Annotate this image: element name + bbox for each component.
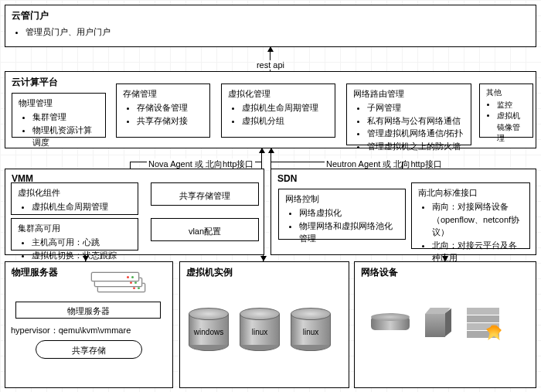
rest-api-label: rest api [255, 60, 286, 70]
list-item: 虚拟机分组 [242, 114, 328, 128]
list-item: 虚拟机切换：状态跟踪 [32, 249, 131, 262]
vm-instance-title: 虚拟机实例 [186, 266, 342, 279]
vm-label: linux [240, 328, 280, 336]
list-item: 物理网络和虚拟网络池化管理 [299, 220, 399, 245]
arrowhead-down-icon [442, 256, 448, 261]
list-item: 虚拟机镜像管理 [497, 111, 526, 144]
list-item: 管理虚拟机之上的防火墙 [367, 140, 464, 153]
list-item: 私有网络与公有网络通信 [367, 114, 464, 128]
network-device-icons [371, 308, 499, 339]
server-stack-icon [93, 272, 147, 295]
list-item: 网络虚拟化 [299, 206, 399, 220]
list-item: 存储设备管理 [137, 101, 203, 114]
vmm-comp-box: 虚拟化组件 虚拟机生命周期管理 [11, 182, 138, 215]
other-box: 其他 监控 虚拟机镜像管理 [479, 84, 533, 138]
switch-icon [425, 308, 451, 339]
cloud-portal-desc: 管理员门户、用户门户 [26, 26, 529, 39]
virt-mgmt-title: 虚拟化管理 [228, 88, 328, 100]
vmm-shared-storage-box: 共享存储管理 [151, 182, 259, 206]
vmm-ha-title: 集群高可用 [18, 223, 131, 234]
list-item: 虚拟机生命周期管理 [242, 101, 328, 114]
sdn-ctrl-title: 网络控制 [285, 193, 399, 205]
virt-mgmt-box: 虚拟化管理 虚拟机生命周期管理 虚拟机分组 [221, 84, 335, 138]
arrow-line [130, 162, 131, 169]
net-mgmt-title: 网络路由管理 [353, 88, 464, 100]
vm-label: linux [291, 328, 331, 336]
list-item: 主机高可用：心跳 [32, 236, 131, 249]
list-item: 虚拟机生命周期管理 [32, 200, 131, 213]
vmm-vlan-box: vlan配置 [151, 218, 259, 241]
list-item: 集群管理 [32, 111, 99, 124]
list-item: 监控 [497, 100, 526, 111]
cloud-portal-panel: 云管门户 管理员门户、用户门户 [5, 5, 536, 47]
arrowhead-up-icon [268, 148, 274, 153]
arrowhead-up-icon [267, 46, 274, 52]
list-item: 南向：对接网络设备（openflow、netconf协议） [432, 200, 523, 239]
sdn-ctrl-box: 网络控制 网络虚拟化 物理网络和虚拟网络池化管理 [278, 189, 406, 240]
phys-mgmt-title: 物理管理 [19, 97, 99, 109]
router-icon [371, 313, 410, 333]
vm-label: windows [189, 328, 229, 336]
sdn-nb-title: 南北向标准接口 [418, 187, 523, 199]
vm-cylinder-icon: linux [240, 308, 280, 351]
firewall-icon [467, 308, 499, 339]
list-item: 管理虚拟机网络通信/拓扑 [367, 127, 464, 140]
arrowhead-down-icon [260, 256, 267, 261]
arrow-line [402, 162, 403, 169]
other-title: 其他 [486, 88, 526, 98]
vmm-ha-box: 集群高可用 主机高可用：心跳 虚拟机切换：状态跟踪 [11, 218, 138, 251]
arrowhead-down-icon [83, 256, 89, 261]
list-item: 子网管理 [367, 101, 464, 114]
storage-mgmt-title: 存储管理 [123, 88, 203, 100]
physical-server-label: 物理服务器 [15, 302, 161, 319]
vmm-comp-title: 虚拟化组件 [18, 187, 131, 199]
phys-mgmt-box: 物理管理 集群管理 物理机资源计算调度 [12, 93, 106, 138]
net-mgmt-box: 网络路由管理 子网管理 私有网络与公有网络通信 管理虚拟机网络通信/拓扑 管理虚… [346, 84, 471, 145]
list-item: 物理机资源计算调度 [32, 124, 99, 149]
sdn-nb-box: 南北向标准接口 南向：对接网络设备（openflow、netconf协议） 北向… [411, 182, 530, 249]
arrowhead-up-icon [259, 148, 265, 153]
vm-cylinder-icon: windows [189, 308, 229, 351]
hypervisor-label: hypervisor：qemu\kvm\vmmare [11, 325, 165, 336]
vm-cylinder-icon: linux [291, 308, 331, 351]
vm-cylinders: windows linux linux [189, 308, 331, 351]
cloud-portal-title: 云管门户 [12, 9, 529, 22]
storage-mgmt-box: 存储管理 存储设备管理 共享存储对接 [116, 84, 210, 138]
network-device-title: 网络设备 [361, 266, 529, 279]
shared-storage-label: 共享存储 [36, 340, 142, 359]
list-item: 共享存储对接 [137, 114, 203, 128]
